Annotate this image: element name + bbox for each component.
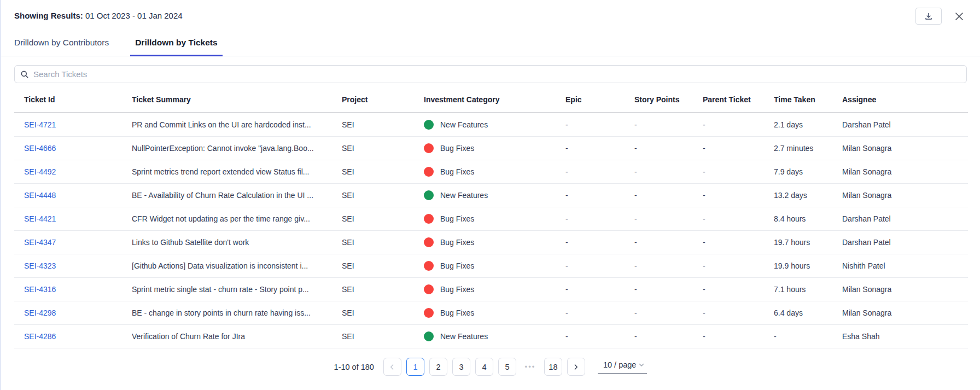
tickets-table-section: Ticket IdTicket SummaryProjectInvestment… [1,83,980,348]
epic-cell: - [565,278,634,301]
investment-category-cell: Bug Fixes [424,278,565,301]
epic-cell: - [565,160,634,184]
investment-category-cell: Bug Fixes [424,207,565,231]
category-dot-icon [424,143,434,153]
download-button[interactable] [915,8,942,25]
table-header-row: Ticket IdTicket SummaryProjectInvestment… [14,86,968,113]
next-page-button[interactable] [567,358,585,376]
ticket-summary-cell: BE - change in story points in churn rat… [132,301,342,325]
ticket-summary-cell: [Github Actions] Data visualization is i… [132,254,342,278]
pagination-range-text: 1-10 of 180 [334,363,374,371]
story-points-cell: - [634,278,703,301]
column-header-assignee: Assignee [842,86,968,113]
assignee-cell: Darshan Patel [842,231,968,254]
category-label: Bug Fixes [440,308,474,317]
table-row: SEI-4666NullPointerException: Cannot inv… [14,137,968,160]
ticket-id-link[interactable]: SEI-4492 [24,167,56,176]
epic-cell: - [565,207,634,231]
time-taken-cell: 2.7 minutes [774,137,842,160]
table-row: SEI-4347Links to Github Satellite don't … [14,231,968,254]
ticket-id-link[interactable]: SEI-4316 [24,285,56,294]
pagination-ellipsis[interactable]: ••• [521,358,539,376]
chevron-left-icon [389,364,395,370]
project-cell: SEI [342,137,424,160]
parent-ticket-cell: - [703,231,774,254]
investment-category-cell: Bug Fixes [424,160,565,184]
project-cell: SEI [342,301,424,325]
category-label: New Features [440,191,488,200]
showing-results-text: Showing Results: 01 Oct 2023 - 01 Jan 20… [14,8,183,20]
ticket-id-link[interactable]: SEI-4298 [24,308,56,317]
epic-cell: - [565,301,634,325]
story-points-cell: - [634,254,703,278]
panel-header: Showing Results: 01 Oct 2023 - 01 Jan 20… [1,0,980,25]
epic-cell: - [565,325,634,348]
prev-page-button[interactable] [383,358,401,376]
epic-cell: - [565,113,634,137]
category-dot-icon [424,284,434,294]
time-taken-cell: 13.2 days [774,184,842,207]
drilldown-panel: Showing Results: 01 Oct 2023 - 01 Jan 20… [0,0,980,390]
project-cell: SEI [342,160,424,184]
parent-ticket-cell: - [703,160,774,184]
close-icon [954,11,964,21]
category-label: Bug Fixes [440,261,474,270]
investment-category-cell: Bug Fixes [424,254,565,278]
page-size-select[interactable]: 10 / page [598,360,647,374]
ticket-id-link[interactable]: SEI-4323 [24,261,56,270]
table-row: SEI-4421CFR Widget not updating as per t… [14,207,968,231]
project-cell: SEI [342,325,424,348]
category-label: New Features [440,332,488,341]
ticket-id-link[interactable]: SEI-4347 [24,238,56,247]
category-label: New Features [440,120,488,129]
category-dot-icon [424,331,434,341]
time-taken-cell: 19.7 hours [774,231,842,254]
search-icon [20,70,29,79]
story-points-cell: - [634,137,703,160]
column-header-ticket-id: Ticket Id [14,86,132,113]
tab-drilldown-by-contributors[interactable]: Drilldown by Contributors [9,33,114,56]
search-box [14,65,967,83]
close-button[interactable] [952,8,967,25]
column-header-project: Project [342,86,424,113]
ticket-summary-cell: CFR Widget not updating as per the time … [132,207,342,231]
time-taken-cell: - [774,325,842,348]
ticket-summary-cell: Sprint metric single stat - churn rate -… [132,278,342,301]
story-points-cell: - [634,325,703,348]
ticket-id-link[interactable]: SEI-4286 [24,332,56,341]
category-label: Bug Fixes [440,238,474,247]
column-header-story-points: Story Points [634,86,703,113]
page-button-4[interactable]: 4 [475,358,493,376]
category-dot-icon [424,214,434,224]
page-button-3[interactable]: 3 [452,358,470,376]
category-dot-icon [424,261,434,271]
ticket-id-link[interactable]: SEI-4721 [24,120,56,129]
category-label: Bug Fixes [440,144,474,153]
epic-cell: - [565,254,634,278]
ticket-summary-cell: Sprint metrics trend report extended vie… [132,160,342,184]
page-button-5[interactable]: 5 [498,358,516,376]
assignee-cell: Darshan Patel [842,113,968,137]
category-label: Bug Fixes [440,285,474,294]
table-row: SEI-4721PR and Commit Links on the UI ar… [14,113,968,137]
column-header-ticket-summary: Ticket Summary [132,86,342,113]
page-button-2[interactable]: 2 [429,358,447,376]
assignee-cell: Nishith Patel [842,254,968,278]
investment-category-cell: New Features [424,325,565,348]
page-button-1[interactable]: 1 [406,358,424,376]
header-actions [915,8,967,25]
showing-results-label: Showing Results: [14,11,83,20]
story-points-cell: - [634,184,703,207]
chevron-right-icon [573,364,579,370]
search-input[interactable] [33,69,961,79]
epic-cell: - [565,137,634,160]
download-icon [924,12,933,21]
ticket-id-link[interactable]: SEI-4421 [24,214,56,223]
assignee-cell: Milan Sonagra [842,137,968,160]
ticket-id-link[interactable]: SEI-4448 [24,191,56,200]
drilldown-tabs: Drilldown by Contributors Drilldown by T… [1,33,980,56]
page-button-18[interactable]: 18 [544,358,562,376]
project-cell: SEI [342,184,424,207]
ticket-id-link[interactable]: SEI-4666 [24,144,56,153]
tab-drilldown-by-tickets[interactable]: Drilldown by Tickets [130,33,222,56]
